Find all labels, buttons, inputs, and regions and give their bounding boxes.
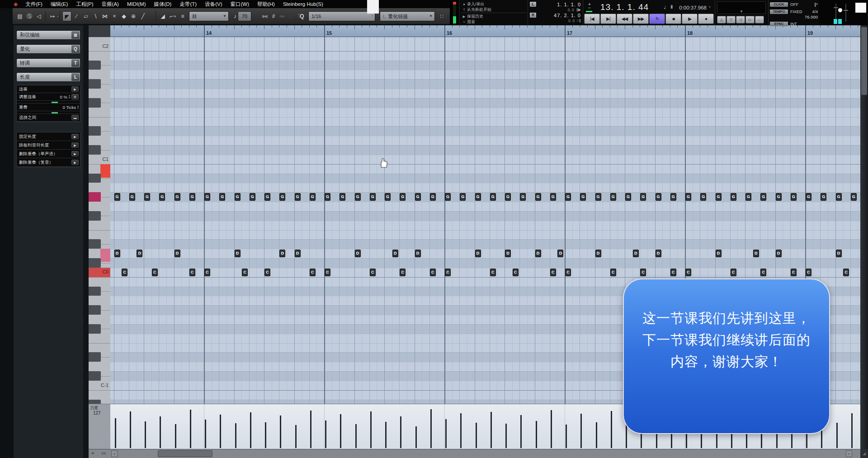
kick-note[interactable]: C bbox=[843, 269, 849, 276]
hihat-note[interactable]: G bbox=[430, 193, 436, 201]
timeline-ruler[interactable]: 141516171819 bbox=[110, 25, 860, 37]
velocity-bar[interactable] bbox=[596, 422, 597, 448]
drum-map-dropdown[interactable]: 鼓▼ bbox=[189, 11, 229, 21]
sync-value[interactable]: INT bbox=[790, 22, 818, 26]
kick-note[interactable]: C bbox=[370, 269, 376, 276]
black-key[interactable] bbox=[89, 174, 101, 183]
kick-note[interactable]: C bbox=[264, 269, 270, 276]
velocity-bar[interactable] bbox=[205, 420, 206, 448]
time-signature[interactable]: 4/4 bbox=[812, 9, 818, 14]
snare-note[interactable]: D bbox=[415, 250, 421, 257]
step-input-icon[interactable]: »« bbox=[260, 11, 269, 21]
hihat-note[interactable]: G bbox=[340, 193, 345, 201]
pitch-icon[interactable]: ◌ bbox=[286, 11, 295, 21]
apply-action-button[interactable]: ▶ bbox=[71, 151, 79, 156]
quantize-link-dropdown[interactable]: L量化链接▼ bbox=[380, 11, 435, 21]
menu-item-4[interactable]: 音频(A) bbox=[98, 1, 123, 8]
snare-note[interactable]: D bbox=[776, 250, 782, 257]
line-tool-icon[interactable]: ╱ bbox=[138, 11, 147, 21]
mute-tool-icon[interactable]: × bbox=[110, 11, 119, 21]
black-key[interactable] bbox=[89, 126, 101, 136]
piano-keyboard[interactable]: C2C1C0C0C-1 bbox=[89, 37, 110, 404]
highlighted-key-b0[interactable] bbox=[100, 164, 110, 178]
zoom-tool-icon[interactable]: ⊕ bbox=[129, 11, 138, 21]
length-parameter-button[interactable]: ⚙ bbox=[71, 94, 79, 99]
hihat-note[interactable]: G bbox=[264, 193, 270, 201]
position-display[interactable]: 13. 1. 1. 44 bbox=[600, 2, 660, 12]
length-parameter-value[interactable]: 0 Ticks bbox=[62, 105, 76, 110]
click-badge[interactable]: CLICK bbox=[770, 2, 788, 7]
arranger-button-4[interactable]: ▷ bbox=[745, 16, 755, 24]
kick-note[interactable]: C bbox=[791, 269, 797, 276]
snare-note[interactable]: D bbox=[505, 250, 511, 257]
draw-tool-icon[interactable]: ∕ bbox=[72, 11, 81, 21]
kick-note[interactable]: C bbox=[565, 269, 571, 276]
hihat-note[interactable]: G bbox=[656, 193, 661, 201]
length-quantize-icon[interactable]: ≔ bbox=[278, 11, 287, 21]
length-parameter-value[interactable]: 0 % bbox=[60, 94, 67, 99]
black-key[interactable] bbox=[89, 239, 101, 249]
acoustic-feedback-icon[interactable]: ◁ bbox=[34, 11, 43, 21]
velocity-bar[interactable] bbox=[310, 411, 311, 448]
arranger-button-5[interactable]: ← bbox=[755, 16, 764, 24]
velocity-bar[interactable] bbox=[566, 425, 567, 448]
edit-active-part-icon[interactable]: ≡ bbox=[178, 11, 187, 21]
spinner-arrows-icon[interactable]: ▴▾ bbox=[69, 94, 70, 99]
spinner-arrows-icon[interactable]: ▴▾ bbox=[77, 105, 79, 109]
transport-punch-row[interactable]: T从光标处开始 bbox=[461, 7, 527, 12]
time-display[interactable]: 0:00:37.968 bbox=[676, 5, 707, 10]
velocity-bar[interactable] bbox=[385, 422, 387, 448]
apply-action-button[interactable]: ▶ bbox=[71, 142, 79, 148]
transport-punch-row[interactable]: ≈混音 bbox=[461, 19, 527, 24]
left-locator-badge[interactable]: L bbox=[530, 2, 536, 7]
arranger-button-2[interactable]: ▽ bbox=[726, 16, 736, 24]
kick-note[interactable]: C bbox=[806, 269, 811, 276]
quantize-panel-icon[interactable]: ∷ bbox=[437, 11, 447, 21]
velocity-bar[interactable] bbox=[520, 415, 522, 448]
velocity-bar[interactable] bbox=[295, 425, 297, 448]
tempo-value[interactable]: 76.000 bbox=[770, 14, 818, 20]
velocity-bar[interactable] bbox=[280, 416, 281, 448]
velocity-bar[interactable] bbox=[476, 423, 477, 448]
kick-note[interactable]: C bbox=[610, 269, 616, 276]
rewind-button[interactable]: ◀◀ bbox=[617, 14, 632, 24]
record-button[interactable]: ● bbox=[698, 14, 714, 24]
hihat-note[interactable]: G bbox=[475, 193, 481, 201]
arranger-display[interactable]: ▼ bbox=[717, 1, 766, 14]
kick-note[interactable]: C bbox=[204, 269, 210, 276]
forward-button[interactable]: ▶▶ bbox=[633, 14, 649, 24]
hihat-note[interactable]: G bbox=[415, 193, 421, 201]
snare-note[interactable]: D bbox=[392, 250, 398, 257]
hihat-note[interactable]: G bbox=[385, 193, 391, 201]
hihat-note[interactable]: G bbox=[851, 193, 857, 201]
hihat-note[interactable]: G bbox=[565, 193, 571, 201]
length-action-row[interactable]: 删除重叠（复音）▶ bbox=[17, 158, 80, 167]
arranger-button-1[interactable]: △ bbox=[717, 16, 726, 24]
hihat-note[interactable]: G bbox=[235, 193, 241, 201]
part-borders-icon[interactable]: ⌐¬ bbox=[168, 11, 177, 21]
hihat-note[interactable]: G bbox=[685, 193, 691, 201]
length-parameter-row[interactable]: 选择之间▬ bbox=[17, 114, 80, 122]
midi-input-icon[interactable]: # bbox=[269, 11, 278, 21]
quantize-preset-dropdown[interactable]: 1/16◔ bbox=[308, 11, 375, 21]
velocity-bar[interactable] bbox=[145, 421, 146, 448]
velocity-bar[interactable] bbox=[430, 409, 432, 448]
kick-note[interactable]: C bbox=[242, 269, 248, 276]
hihat-note[interactable]: G bbox=[310, 193, 316, 201]
hihat-note[interactable]: G bbox=[520, 193, 526, 201]
solo-icon[interactable]: Ⓢ bbox=[25, 11, 34, 21]
hihat-note[interactable]: G bbox=[550, 193, 556, 201]
snare-note[interactable]: D bbox=[279, 250, 285, 257]
black-key[interactable] bbox=[89, 61, 101, 70]
kick-note[interactable]: C bbox=[189, 269, 195, 276]
black-key[interactable] bbox=[89, 79, 101, 89]
velocity-bar[interactable] bbox=[505, 424, 507, 448]
hihat-note[interactable]: G bbox=[595, 193, 601, 201]
hihat-note[interactable]: G bbox=[460, 193, 466, 201]
velocity-bar[interactable] bbox=[190, 410, 191, 448]
length-parameter-row[interactable]: 连奏▶ bbox=[17, 85, 80, 93]
kick-note[interactable]: C bbox=[760, 269, 766, 276]
black-key[interactable] bbox=[89, 145, 101, 155]
split-tool-icon[interactable]: ⋈ bbox=[100, 11, 109, 21]
hihat-note[interactable]: G bbox=[745, 193, 751, 201]
